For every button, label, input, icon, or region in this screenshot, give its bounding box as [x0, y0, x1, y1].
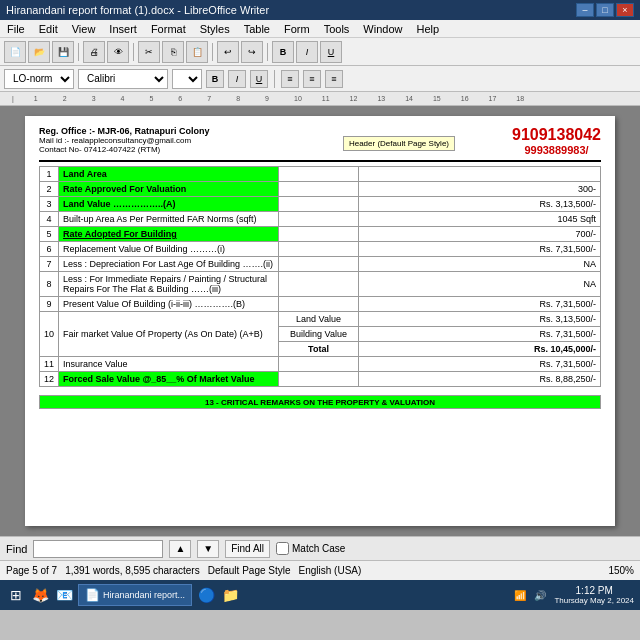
menu-styles[interactable]: Styles [197, 23, 233, 35]
style-dropdown[interactable]: LO-normal [4, 69, 74, 89]
find-down-button[interactable]: ▼ [197, 540, 219, 558]
preview-button[interactable]: 👁 [107, 41, 129, 63]
toolbar-main: 📄 📂 💾 🖨 👁 ✂ ⎘ 📋 ↩ ↪ B I U [0, 38, 640, 66]
open-button[interactable]: 📂 [28, 41, 50, 63]
page-info: Page 5 of 7 [6, 565, 57, 576]
new-button[interactable]: 📄 [4, 41, 26, 63]
undo-button[interactable]: ↩ [217, 41, 239, 63]
libreoffice-taskbar-button[interactable]: 📄 Hiranandani report... [78, 584, 192, 606]
italic-format-button[interactable]: I [228, 70, 246, 88]
paste-button[interactable]: 📋 [186, 41, 208, 63]
files-icon[interactable]: 📁 [220, 585, 240, 605]
menu-window[interactable]: Window [360, 23, 405, 35]
match-case-label[interactable]: Match Case [276, 542, 345, 555]
menu-view[interactable]: View [69, 23, 99, 35]
toolbar-sep-3 [212, 43, 213, 61]
toolbar-sep-1 [78, 43, 79, 61]
table-row: 11 Insurance Value Rs. 7,31,500/- [40, 357, 601, 372]
page: Header (Default Page Style) Reg. Office … [25, 116, 615, 526]
vscode-icon[interactable]: 🔵 [196, 585, 216, 605]
font-name-dropdown[interactable]: Calibri [78, 69, 168, 89]
taskbar: ⊞ 🦊 📧 📄 Hiranandani report... 🔵 📁 📶 🔊 1:… [0, 580, 640, 610]
email-icon[interactable]: 📧 [54, 585, 74, 605]
align-center-button[interactable]: ≡ [303, 70, 321, 88]
section-header-hint: 13 - CRITICAL REMARKS ON THE PROPERTY & … [39, 395, 601, 409]
table-row: 8 Less : For Immediate Repairs / Paintin… [40, 272, 601, 297]
window-title: Hiranandani report format (1).docx - Lib… [6, 4, 269, 16]
time-display: 1:12 PM [554, 585, 634, 596]
date-display: Thursday May 2, 2024 [554, 596, 634, 605]
network-icon: 📶 [514, 590, 526, 601]
print-button[interactable]: 🖨 [83, 41, 105, 63]
menu-insert[interactable]: Insert [106, 23, 140, 35]
header-tooltip: Header (Default Page Style) [343, 136, 455, 151]
find-bar: Find ▲ ▼ Find All Match Case [0, 536, 640, 560]
redo-button[interactable]: ↪ [241, 41, 263, 63]
underline-button[interactable]: U [320, 41, 342, 63]
menu-table[interactable]: Table [241, 23, 273, 35]
valuation-table: 1 Land Area 2 Rate Approved For Valuatio… [39, 166, 601, 387]
table-row: 12 Forced Sale Value @_85__% Of Market V… [40, 372, 601, 387]
bold-format-button[interactable]: B [206, 70, 224, 88]
header-office: Reg. Office :- MJR-06, Ratnapuri Colony … [39, 126, 210, 154]
title-bar: Hiranandani report format (1).docx - Lib… [0, 0, 640, 20]
toolbar-sep-2 [133, 43, 134, 61]
save-button[interactable]: 💾 [52, 41, 74, 63]
language: English (USA) [299, 565, 362, 576]
table-row: 10 Fair market Value Of Property (As On … [40, 312, 601, 327]
copy-button[interactable]: ⎘ [162, 41, 184, 63]
menu-bar: File Edit View Insert Format Styles Tabl… [0, 20, 640, 38]
toolbar-sep-4 [267, 43, 268, 61]
find-label: Find [6, 543, 27, 555]
start-icon[interactable]: ⊞ [6, 585, 26, 605]
cut-button[interactable]: ✂ [138, 41, 160, 63]
close-button[interactable]: × [616, 3, 634, 17]
word-count: 1,391 words, 8,595 characters [65, 565, 200, 576]
table-row: 2 Rate Approved For Valuation 300- [40, 182, 601, 197]
status-bar: Page 5 of 7 1,391 words, 8,595 character… [0, 560, 640, 580]
find-input[interactable] [33, 540, 163, 558]
table-row: 3 Land Value ……………..(A) Rs. 3,13,500/- [40, 197, 601, 212]
taskbar-tray: 📶 🔊 1:12 PM Thursday May 2, 2024 [514, 585, 634, 605]
stylebar-sep [274, 70, 275, 88]
header-right: 9109138042 9993889983/ [512, 126, 601, 156]
italic-button[interactable]: I [296, 41, 318, 63]
firefox-icon[interactable]: 🦊 [30, 585, 50, 605]
find-all-button[interactable]: Find All [225, 540, 270, 558]
window-controls[interactable]: – □ × [576, 3, 634, 17]
table-row: 6 Replacement Value Of Building ………(i) R… [40, 242, 601, 257]
match-case-checkbox[interactable] [276, 542, 289, 555]
table-row: 4 Built-up Area As Per Permitted FAR Nor… [40, 212, 601, 227]
table-row: 7 Less : Depreciation For Last Age Of Bu… [40, 257, 601, 272]
align-right-button[interactable]: ≡ [325, 70, 343, 88]
clock: 1:12 PM Thursday May 2, 2024 [554, 585, 634, 605]
maximize-button[interactable]: □ [596, 3, 614, 17]
page-style: Default Page Style [208, 565, 291, 576]
menu-file[interactable]: File [4, 23, 28, 35]
menu-tools[interactable]: Tools [321, 23, 353, 35]
menu-format[interactable]: Format [148, 23, 189, 35]
menu-form[interactable]: Form [281, 23, 313, 35]
underline-format-button[interactable]: U [250, 70, 268, 88]
table-row: 5 Rate Adopted For Building 700/- [40, 227, 601, 242]
zoom-level: 150% [608, 565, 634, 576]
style-bar: LO-normal Calibri 11 pt B I U ≡ ≡ ≡ [0, 66, 640, 92]
taskbar-apps: ⊞ 🦊 📧 📄 Hiranandani report... 🔵 📁 [6, 584, 240, 606]
page-header: Reg. Office :- MJR-06, Ratnapuri Colony … [39, 126, 601, 162]
menu-edit[interactable]: Edit [36, 23, 61, 35]
table-row: 1 Land Area [40, 167, 601, 182]
font-size-dropdown[interactable]: 11 pt [172, 69, 202, 89]
sound-icon: 🔊 [534, 590, 546, 601]
ruler: | 1 2 3 4 5 6 7 8 9 10 11 12 13 14 15 16… [0, 92, 640, 106]
table-row: 9 Present Value Of Building (i-ii-iii) …… [40, 297, 601, 312]
find-up-button[interactable]: ▲ [169, 540, 191, 558]
bold-button[interactable]: B [272, 41, 294, 63]
menu-help[interactable]: Help [413, 23, 442, 35]
document-area: Header (Default Page Style) Reg. Office … [0, 106, 640, 536]
minimize-button[interactable]: – [576, 3, 594, 17]
align-left-button[interactable]: ≡ [281, 70, 299, 88]
